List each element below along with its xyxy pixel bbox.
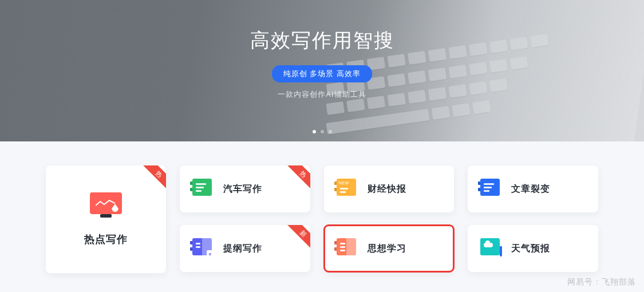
card-label: 提纲写作 — [223, 243, 262, 255]
carousel-dot[interactable] — [321, 130, 324, 133]
card-label: 财经快报 — [368, 183, 406, 195]
document-coral-icon — [337, 238, 357, 259]
carousel-dot[interactable] — [313, 130, 316, 133]
card-label: 思想学习 — [368, 243, 406, 255]
ribbon-hot: 热 — [287, 165, 310, 190]
card-hotspot-writing[interactable]: 热 热点写作 — [46, 165, 166, 273]
document-purple-icon: e — [192, 238, 213, 259]
hero-tag-pill: 纯原创 多场景 高效率 — [272, 65, 372, 82]
card-article-split[interactable]: 文章裂变 — [468, 165, 598, 212]
card-finance-news[interactable]: NEW 财经快报 — [324, 165, 455, 212]
card-car-writing[interactable]: 热 汽车写作 — [180, 165, 310, 212]
carousel-dot[interactable] — [329, 130, 332, 133]
hero-title: 高效写作用智搜 — [250, 27, 394, 54]
ribbon-new: 新 — [287, 225, 310, 250]
hero-banner: 高效写作用智搜 纯原创 多场景 高效率 一款内容创作AI辅助工具 — [0, 0, 644, 141]
card-label: 汽车写作 — [223, 183, 262, 195]
hotspot-icon — [90, 192, 122, 220]
document-orange-icon: NEW — [337, 179, 357, 199]
card-thought-study[interactable]: 思想学习 — [324, 225, 455, 272]
document-green-icon — [192, 179, 213, 199]
ribbon-hot: 热 — [143, 165, 166, 190]
hero-subtitle: 一款内容创作AI辅助工具 — [278, 89, 366, 100]
document-blue-icon — [480, 179, 501, 199]
weather-icon — [480, 238, 501, 259]
card-label: 热点写作 — [84, 232, 128, 246]
card-label: 文章裂变 — [511, 183, 550, 195]
carousel-dots[interactable] — [313, 130, 332, 133]
card-weather-forecast[interactable]: 天气预报 — [468, 225, 598, 272]
category-grid: 热 热点写作 热 汽车写作 NEW 财经快报 文章裂变 新 e 提纲写作 — [0, 141, 644, 273]
watermark-text: 网易号：飞翔部落 — [567, 277, 636, 287]
card-outline-writing[interactable]: 新 e 提纲写作 — [180, 225, 310, 272]
card-label: 天气预报 — [511, 243, 550, 255]
